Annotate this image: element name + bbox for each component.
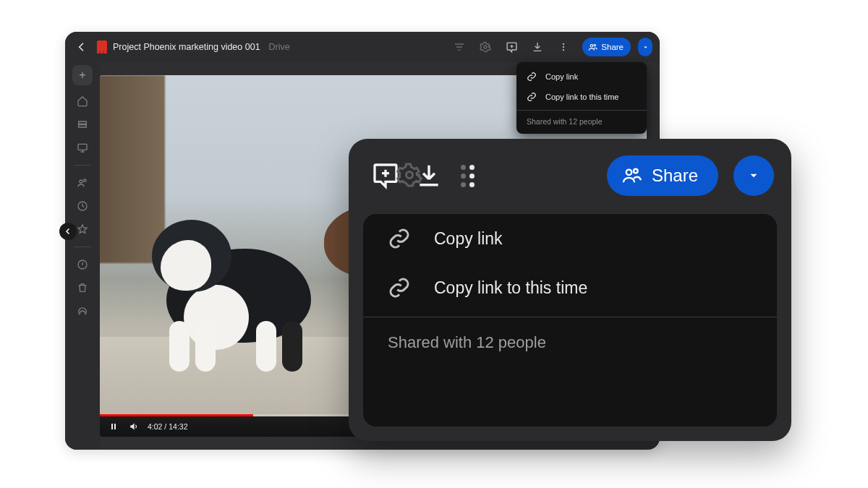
my-drive-icon[interactable] bbox=[75, 117, 90, 132]
volume-icon[interactable] bbox=[127, 420, 140, 433]
spam-icon[interactable] bbox=[75, 257, 90, 272]
copy-link-item[interactable]: Copy link bbox=[363, 214, 777, 263]
left-nav-rail: + bbox=[65, 62, 100, 450]
copy-link-time-label: Copy link to this time bbox=[434, 278, 587, 298]
rail-divider bbox=[74, 165, 91, 166]
storage-icon[interactable] bbox=[75, 304, 90, 318]
svg-point-7 bbox=[80, 180, 82, 183]
video-file-icon bbox=[97, 40, 107, 53]
computers-icon[interactable] bbox=[75, 140, 90, 155]
copy-link-time-item[interactable]: Copy link to this time bbox=[363, 263, 777, 312]
file-location: Drive bbox=[269, 42, 290, 52]
share-button-label: Share bbox=[601, 43, 624, 51]
svg-point-5 bbox=[594, 44, 596, 46]
filter-icon[interactable] bbox=[449, 37, 469, 57]
share-dropdown-caret[interactable] bbox=[638, 38, 652, 56]
rail-divider-2 bbox=[74, 247, 91, 247]
svg-rect-6 bbox=[78, 144, 87, 150]
collapse-sidebar-icon[interactable] bbox=[59, 223, 77, 240]
svg-point-8 bbox=[84, 179, 86, 181]
svg-rect-11 bbox=[111, 424, 113, 429]
svg-point-1 bbox=[563, 43, 564, 45]
shared-with-text: Shared with 12 people bbox=[363, 317, 777, 352]
share-button[interactable]: Share bbox=[582, 38, 631, 56]
back-arrow-icon[interactable] bbox=[72, 38, 91, 56]
svg-point-3 bbox=[563, 49, 564, 51]
svg-point-0 bbox=[484, 46, 487, 48]
download-icon[interactable] bbox=[527, 37, 548, 57]
share-toolbar-zoom-panel: Share Copy link Copy link to this time S… bbox=[349, 139, 791, 441]
more-options-icon[interactable] bbox=[453, 156, 482, 195]
share-dropdown-caret[interactable] bbox=[733, 155, 774, 196]
svg-point-15 bbox=[634, 169, 638, 174]
svg-point-13 bbox=[407, 172, 413, 179]
download-icon[interactable] bbox=[409, 156, 448, 195]
trash-icon[interactable] bbox=[75, 281, 90, 295]
svg-rect-12 bbox=[114, 424, 116, 429]
shared-with-text: Shared with 12 people bbox=[516, 111, 647, 134]
share-dropdown-small: Copy link Copy link to this time Shared … bbox=[516, 62, 647, 134]
copy-link-label: Copy link bbox=[545, 72, 578, 81]
svg-point-14 bbox=[626, 170, 631, 175]
zoom-toolbar: Share bbox=[349, 139, 791, 213]
new-button[interactable]: + bbox=[72, 65, 93, 85]
copy-link-time-item[interactable]: Copy link to this time bbox=[516, 87, 647, 107]
share-button[interactable]: Share bbox=[607, 155, 718, 196]
share-button-label: Share bbox=[652, 166, 698, 186]
copy-link-time-label: Copy link to this time bbox=[545, 93, 618, 101]
recent-icon[interactable] bbox=[75, 199, 90, 213]
copy-link-label: Copy link bbox=[434, 229, 503, 249]
file-title: Project Phoenix marketing video 001 bbox=[113, 42, 260, 52]
shared-icon[interactable] bbox=[75, 176, 90, 190]
share-dropdown-large: Copy link Copy link to this time Shared … bbox=[363, 214, 777, 427]
app-header: Project Phoenix marketing video 001 Driv… bbox=[65, 32, 660, 62]
pause-icon[interactable] bbox=[107, 420, 120, 433]
svg-point-2 bbox=[563, 46, 564, 48]
more-options-icon[interactable] bbox=[553, 37, 574, 57]
time-display: 4:02 / 14:32 bbox=[148, 422, 187, 431]
add-comment-icon[interactable] bbox=[501, 37, 522, 57]
settings-gear-icon[interactable] bbox=[475, 37, 495, 57]
home-icon[interactable] bbox=[75, 94, 90, 108]
button-separator bbox=[724, 157, 725, 194]
copy-link-item[interactable]: Copy link bbox=[516, 67, 647, 87]
starred-icon[interactable] bbox=[75, 222, 90, 236]
svg-point-4 bbox=[590, 44, 592, 46]
